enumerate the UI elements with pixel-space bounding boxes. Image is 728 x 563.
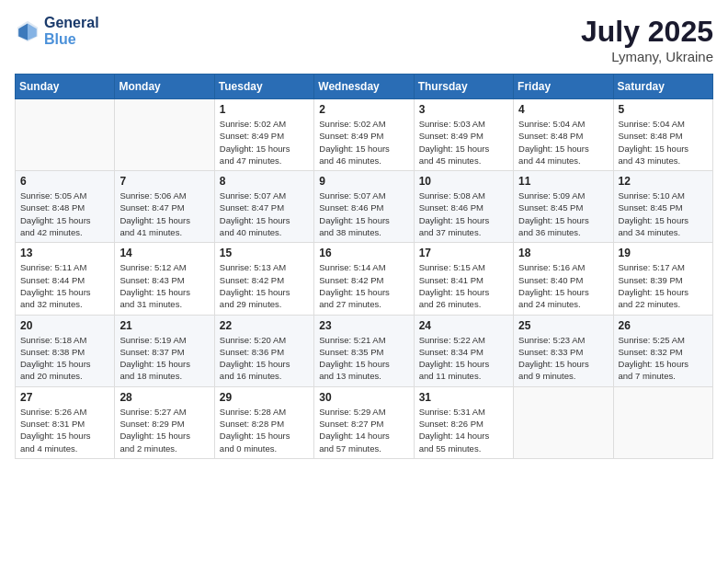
weekday-header: Monday — [115, 75, 214, 99]
location: Lymany, Ukraine — [581, 49, 713, 64]
calendar-cell: 31Sunrise: 5:31 AM Sunset: 8:26 PM Dayli… — [414, 386, 513, 458]
day-info: Sunrise: 5:03 AM Sunset: 8:49 PM Dayligh… — [419, 118, 508, 167]
calendar-cell: 12Sunrise: 5:10 AM Sunset: 8:45 PM Dayli… — [613, 171, 712, 243]
day-number: 7 — [119, 175, 209, 188]
day-number: 6 — [20, 175, 109, 188]
calendar-cell: 30Sunrise: 5:29 AM Sunset: 8:27 PM Dayli… — [314, 386, 414, 458]
day-info: Sunrise: 5:12 AM Sunset: 8:43 PM Dayligh… — [119, 261, 209, 310]
calendar-cell — [16, 99, 115, 171]
day-number: 28 — [119, 391, 209, 404]
day-info: Sunrise: 5:15 AM Sunset: 8:41 PM Dayligh… — [419, 261, 508, 310]
calendar-week-row: 1Sunrise: 5:02 AM Sunset: 8:49 PM Daylig… — [16, 99, 713, 171]
calendar-cell: 25Sunrise: 5:23 AM Sunset: 8:33 PM Dayli… — [514, 315, 613, 386]
calendar-cell: 15Sunrise: 5:13 AM Sunset: 8:42 PM Dayli… — [214, 243, 313, 315]
calendar-cell — [115, 99, 214, 171]
calendar-cell: 19Sunrise: 5:17 AM Sunset: 8:39 PM Dayli… — [613, 243, 712, 315]
day-info: Sunrise: 5:23 AM Sunset: 8:33 PM Dayligh… — [518, 334, 608, 383]
calendar-cell: 18Sunrise: 5:16 AM Sunset: 8:40 PM Dayli… — [514, 243, 613, 315]
calendar-week-row: 27Sunrise: 5:26 AM Sunset: 8:31 PM Dayli… — [16, 386, 713, 458]
day-number: 26 — [619, 319, 708, 332]
calendar-week-row: 13Sunrise: 5:11 AM Sunset: 8:44 PM Dayli… — [16, 243, 713, 315]
day-info: Sunrise: 5:04 AM Sunset: 8:48 PM Dayligh… — [619, 118, 708, 167]
calendar-cell: 11Sunrise: 5:09 AM Sunset: 8:45 PM Dayli… — [514, 171, 613, 243]
calendar-week-row: 6Sunrise: 5:05 AM Sunset: 8:48 PM Daylig… — [16, 171, 713, 243]
day-number: 4 — [518, 103, 608, 116]
calendar-cell — [613, 386, 712, 458]
day-number: 24 — [419, 319, 508, 332]
day-number: 10 — [419, 175, 508, 188]
calendar-cell — [514, 386, 613, 458]
day-info: Sunrise: 5:06 AM Sunset: 8:47 PM Dayligh… — [119, 190, 209, 238]
day-info: Sunrise: 5:19 AM Sunset: 8:37 PM Dayligh… — [119, 334, 209, 383]
calendar-cell: 3Sunrise: 5:03 AM Sunset: 8:49 PM Daylig… — [414, 99, 513, 171]
day-number: 20 — [20, 319, 109, 332]
calendar-week-row: 20Sunrise: 5:18 AM Sunset: 8:38 PM Dayli… — [16, 315, 713, 386]
month-year: July 2025 — [581, 15, 713, 49]
calendar-cell: 6Sunrise: 5:05 AM Sunset: 8:48 PM Daylig… — [16, 171, 115, 243]
day-info: Sunrise: 5:02 AM Sunset: 8:49 PM Dayligh… — [220, 118, 309, 167]
day-info: Sunrise: 5:14 AM Sunset: 8:42 PM Dayligh… — [319, 261, 408, 310]
day-info: Sunrise: 5:08 AM Sunset: 8:46 PM Dayligh… — [419, 190, 508, 238]
weekday-header: Tuesday — [214, 75, 313, 99]
day-number: 15 — [220, 247, 309, 259]
calendar-cell: 29Sunrise: 5:28 AM Sunset: 8:28 PM Dayli… — [214, 386, 313, 458]
day-info: Sunrise: 5:04 AM Sunset: 8:48 PM Dayligh… — [518, 118, 608, 167]
day-info: Sunrise: 5:31 AM Sunset: 8:26 PM Dayligh… — [419, 406, 508, 454]
logo-text: General Blue — [44, 15, 99, 47]
day-number: 23 — [319, 319, 408, 332]
calendar-cell: 2Sunrise: 5:02 AM Sunset: 8:49 PM Daylig… — [314, 99, 414, 171]
calendar-cell: 14Sunrise: 5:12 AM Sunset: 8:43 PM Dayli… — [115, 243, 214, 315]
day-number: 14 — [119, 247, 209, 259]
day-number: 18 — [518, 247, 608, 259]
calendar-cell: 23Sunrise: 5:21 AM Sunset: 8:35 PM Dayli… — [314, 315, 414, 386]
calendar-cell: 16Sunrise: 5:14 AM Sunset: 8:42 PM Dayli… — [314, 243, 414, 315]
day-number: 5 — [619, 103, 708, 116]
weekday-header: Wednesday — [314, 75, 414, 99]
day-info: Sunrise: 5:11 AM Sunset: 8:44 PM Dayligh… — [20, 261, 109, 310]
day-number: 11 — [518, 175, 608, 188]
logo: General Blue — [15, 15, 99, 47]
day-info: Sunrise: 5:27 AM Sunset: 8:29 PM Dayligh… — [119, 406, 209, 454]
weekday-header: Sunday — [16, 75, 115, 99]
day-number: 27 — [20, 391, 109, 404]
calendar-cell: 28Sunrise: 5:27 AM Sunset: 8:29 PM Dayli… — [115, 386, 214, 458]
title-block: July 2025 Lymany, Ukraine — [581, 15, 713, 64]
calendar-cell: 8Sunrise: 5:07 AM Sunset: 8:47 PM Daylig… — [214, 171, 313, 243]
day-info: Sunrise: 5:25 AM Sunset: 8:32 PM Dayligh… — [619, 334, 708, 383]
page-header: General Blue July 2025 Lymany, Ukraine — [15, 15, 713, 64]
day-number: 13 — [20, 247, 109, 259]
calendar-cell: 17Sunrise: 5:15 AM Sunset: 8:41 PM Dayli… — [414, 243, 513, 315]
weekday-header: Thursday — [414, 75, 513, 99]
day-info: Sunrise: 5:22 AM Sunset: 8:34 PM Dayligh… — [419, 334, 508, 383]
day-info: Sunrise: 5:13 AM Sunset: 8:42 PM Dayligh… — [220, 261, 309, 310]
day-info: Sunrise: 5:29 AM Sunset: 8:27 PM Dayligh… — [319, 406, 408, 454]
day-info: Sunrise: 5:16 AM Sunset: 8:40 PM Dayligh… — [518, 261, 608, 310]
calendar-cell: 1Sunrise: 5:02 AM Sunset: 8:49 PM Daylig… — [214, 99, 313, 171]
calendar-cell: 7Sunrise: 5:06 AM Sunset: 8:47 PM Daylig… — [115, 171, 214, 243]
calendar-cell: 22Sunrise: 5:20 AM Sunset: 8:36 PM Dayli… — [214, 315, 313, 386]
day-number: 30 — [319, 391, 408, 404]
day-number: 12 — [619, 175, 708, 188]
calendar-cell: 4Sunrise: 5:04 AM Sunset: 8:48 PM Daylig… — [514, 99, 613, 171]
day-number: 22 — [220, 319, 309, 332]
day-number: 29 — [220, 391, 309, 404]
weekday-header-row: SundayMondayTuesdayWednesdayThursdayFrid… — [16, 75, 713, 99]
day-info: Sunrise: 5:07 AM Sunset: 8:46 PM Dayligh… — [319, 190, 408, 238]
calendar-table: SundayMondayTuesdayWednesdayThursdayFrid… — [15, 74, 713, 459]
day-number: 2 — [319, 103, 408, 116]
weekday-header: Saturday — [613, 75, 712, 99]
day-number: 31 — [419, 391, 508, 404]
calendar-cell: 21Sunrise: 5:19 AM Sunset: 8:37 PM Dayli… — [115, 315, 214, 386]
weekday-header: Friday — [514, 75, 613, 99]
calendar-cell: 20Sunrise: 5:18 AM Sunset: 8:38 PM Dayli… — [16, 315, 115, 386]
calendar-cell: 27Sunrise: 5:26 AM Sunset: 8:31 PM Dayli… — [16, 386, 115, 458]
day-number: 25 — [518, 319, 608, 332]
day-number: 1 — [220, 103, 309, 116]
day-info: Sunrise: 5:20 AM Sunset: 8:36 PM Dayligh… — [220, 334, 309, 383]
calendar-cell: 24Sunrise: 5:22 AM Sunset: 8:34 PM Dayli… — [414, 315, 513, 386]
day-number: 19 — [619, 247, 708, 259]
day-info: Sunrise: 5:18 AM Sunset: 8:38 PM Dayligh… — [20, 334, 109, 383]
day-number: 16 — [319, 247, 408, 259]
day-info: Sunrise: 5:10 AM Sunset: 8:45 PM Dayligh… — [619, 190, 708, 238]
calendar-cell: 13Sunrise: 5:11 AM Sunset: 8:44 PM Dayli… — [16, 243, 115, 315]
